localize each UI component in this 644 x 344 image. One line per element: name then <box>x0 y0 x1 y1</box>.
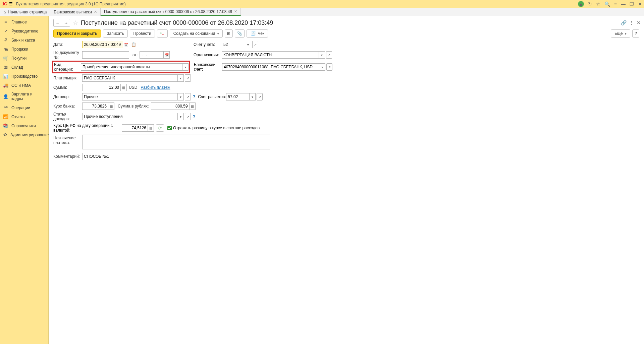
back-button[interactable]: ← <box>54 19 62 26</box>
close-window-icon[interactable]: ✕ <box>638 1 642 7</box>
tab-home[interactable]: ⌂ Начальная страница <box>0 8 50 16</box>
tab-receipt-doc[interactable]: Поступление на расчетный счет 0000-00000… <box>101 8 241 16</box>
sidebar-item-main[interactable]: ≡Главное <box>0 17 48 26</box>
calc-icon[interactable]: ▦ <box>190 102 196 110</box>
from-date-input[interactable] <box>140 51 164 59</box>
sidebar-item-purchases[interactable]: 🛒Покупки <box>0 54 48 63</box>
income-input[interactable] <box>82 113 178 120</box>
calc-icon[interactable]: ▦ <box>108 102 114 110</box>
hamburger-icon[interactable]: ☰ <box>9 2 13 6</box>
purpose-textarea[interactable] <box>82 135 270 149</box>
ruble-icon: ₽ <box>3 38 8 43</box>
bankacc-input[interactable] <box>222 63 319 71</box>
reflect-diff-checkbox[interactable]: Отражать разницу в курсе в составе расхо… <box>167 126 260 130</box>
link-icon[interactable]: 🔗 <box>621 20 627 25</box>
history-icon[interactable]: ↻ <box>588 1 592 7</box>
create-based-on-button[interactable]: Создать на основании <box>170 29 223 38</box>
search-icon[interactable]: 🔍 <box>604 1 610 7</box>
open-bankacc-button[interactable]: ↗ <box>326 63 332 71</box>
open-contract-button[interactable]: ↗ <box>185 93 191 100</box>
page-title: Поступление на расчетный счет 0000-00000… <box>81 19 273 26</box>
close-icon[interactable]: ✕ <box>94 10 97 14</box>
dropdown-icon[interactable]: ▾ <box>245 41 251 48</box>
sidebar: ≡Главное ↗Руководителю ₽Банк и касса 🛍Пр… <box>0 16 49 344</box>
sidebar-item-admin[interactable]: ✿Администрирование <box>0 130 48 139</box>
sum-input[interactable] <box>82 84 121 91</box>
comment-input[interactable] <box>82 153 191 160</box>
open-payer-button[interactable]: ↗ <box>185 74 191 82</box>
help-icon[interactable]: ? <box>193 94 195 99</box>
notification-icon[interactable]: ▲ <box>578 1 584 7</box>
date-input[interactable] <box>82 41 123 48</box>
sidebar-item-assets[interactable]: 🚚ОС и НМА <box>0 81 48 90</box>
open-income-button[interactable]: ↗ <box>185 113 191 120</box>
sidebar-item-manager[interactable]: ↗Руководителю <box>0 26 48 36</box>
payer-label: Плательщик: <box>53 76 82 80</box>
forward-button[interactable]: → <box>62 19 70 26</box>
dropdown-icon[interactable]: ▾ <box>182 63 189 71</box>
tab-bank-statements[interactable]: Банковские выписки ✕ <box>50 8 101 16</box>
post-button[interactable]: Провести <box>130 29 155 38</box>
sidebar-item-reports[interactable]: 📶Отчеты <box>0 112 48 121</box>
open-org-button[interactable]: ↗ <box>326 51 332 59</box>
calc-icon[interactable]: ▦ <box>148 124 154 132</box>
settle-input[interactable] <box>226 93 250 100</box>
cbr-input[interactable] <box>122 124 148 132</box>
open-settle-button[interactable]: ↗ <box>257 93 263 100</box>
from-label: от: <box>129 53 140 57</box>
svg-text:Кт: Кт <box>162 33 164 36</box>
sidebar-item-refs[interactable]: 📚Справочники <box>0 121 48 130</box>
sumrub-input[interactable] <box>151 102 190 110</box>
more-icon[interactable]: ⋮ <box>629 20 634 25</box>
dropdown-icon[interactable]: ▾ <box>178 113 184 120</box>
sidebar-item-warehouse[interactable]: ▦Склад <box>0 63 48 72</box>
optype-input[interactable] <box>81 63 182 71</box>
close-icon[interactable]: ✕ <box>234 9 237 14</box>
restore-icon[interactable]: ❐ <box>630 1 634 7</box>
dropdown-icon[interactable]: ▾ <box>250 93 256 100</box>
split-payment-link[interactable]: Разбить платеж <box>141 85 170 90</box>
refresh-rate-button[interactable]: ⟳ <box>156 124 164 132</box>
reflect-diff-input[interactable] <box>167 126 172 130</box>
calendar-icon[interactable]: 📅 <box>164 51 170 59</box>
person-icon: 👤 <box>3 94 8 99</box>
sidebar-item-bank[interactable]: ₽Банк и касса <box>0 36 48 45</box>
tab-home-label: Начальная страница <box>8 10 47 14</box>
check-button[interactable]: 🧾Чек <box>247 29 268 38</box>
sidebar-item-production[interactable]: 📊Производство <box>0 72 48 81</box>
dropdown-icon[interactable]: ▾ <box>319 51 325 59</box>
docnum-input[interactable] <box>82 51 129 59</box>
calendar-icon[interactable]: 📅 <box>123 41 129 48</box>
settings-icon[interactable]: ≡ <box>614 1 617 7</box>
attach-button[interactable]: 📎 <box>235 29 245 38</box>
minimize-icon[interactable]: — <box>621 1 626 7</box>
sidebar-item-operations[interactable]: ᴬᴷОперации <box>0 103 48 112</box>
sidebar-item-sales[interactable]: 🛍Продажи <box>0 45 48 54</box>
sidebar-item-label: Покупки <box>11 56 26 61</box>
docnum-label: По документу №: <box>53 50 82 60</box>
post-and-close-button[interactable]: Провести и закрыть <box>53 29 101 38</box>
bankrate-input[interactable] <box>82 102 108 110</box>
dropdown-icon[interactable]: ▾ <box>319 63 325 71</box>
more-button[interactable]: Еще <box>611 29 630 38</box>
org-input[interactable] <box>222 51 319 59</box>
calendar-ext-icon[interactable]: 📋 <box>131 42 136 47</box>
star-icon[interactable]: ☆ <box>596 1 600 7</box>
calc-icon[interactable]: ▦ <box>121 84 127 91</box>
close-page-icon[interactable]: ✕ <box>637 20 641 25</box>
contract-input[interactable] <box>82 93 178 100</box>
help-button[interactable]: ? <box>632 29 639 38</box>
dropdown-icon[interactable]: ▾ <box>178 74 184 82</box>
home-icon: ⌂ <box>3 10 6 14</box>
related-button[interactable]: ⊞ <box>225 29 233 38</box>
account-input[interactable] <box>222 41 245 48</box>
favorite-icon[interactable]: ☆ <box>72 19 79 26</box>
sidebar-item-salary[interactable]: 👤Зарплата и кадры <box>0 90 48 103</box>
dropdown-icon[interactable]: ▾ <box>178 93 184 100</box>
help-icon[interactable]: ? <box>193 114 195 119</box>
payer-input[interactable] <box>82 74 178 82</box>
open-account-button[interactable]: ↗ <box>252 41 258 48</box>
save-button[interactable]: Записать <box>103 29 127 38</box>
dt-kt-button[interactable]: ДтКт <box>157 29 168 38</box>
chevron-down-icon <box>216 31 219 36</box>
